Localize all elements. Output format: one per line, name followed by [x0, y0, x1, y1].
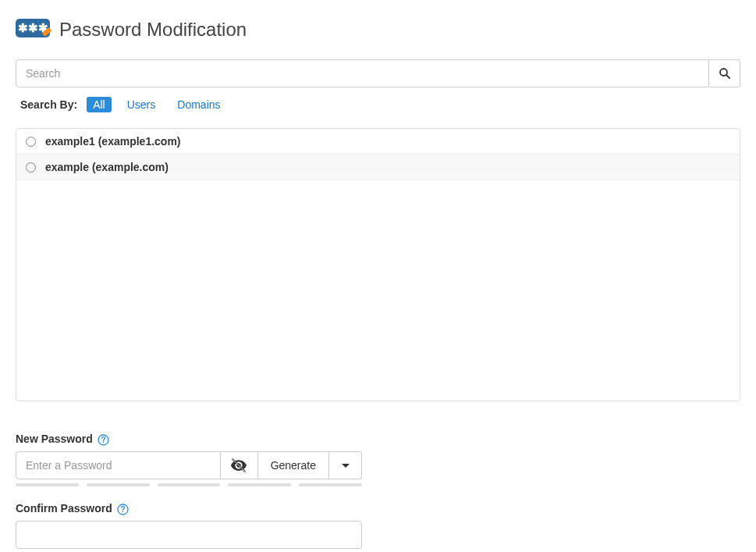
svg-text:?: ?: [101, 436, 105, 444]
help-icon[interactable]: ?: [98, 434, 109, 446]
generate-button[interactable]: Generate: [258, 451, 329, 479]
user-row[interactable]: example (example.com): [16, 155, 740, 180]
password-strength-meter: [16, 483, 362, 486]
eye-slash-icon: [230, 457, 247, 474]
toggle-visibility-button[interactable]: [221, 451, 258, 479]
svg-text:?: ?: [120, 505, 125, 514]
confirm-password-input[interactable]: [16, 521, 362, 549]
user-row[interactable]: example1 (example1.com): [16, 129, 740, 155]
strength-bar: [299, 483, 362, 486]
filter-all[interactable]: All: [87, 97, 112, 112]
confirm-password-label: Confirm Password: [16, 502, 112, 515]
filter-domains[interactable]: Domains: [171, 97, 226, 112]
page-title: Password Modification: [59, 19, 247, 41]
search-button[interactable]: [709, 59, 740, 87]
strength-bar: [87, 483, 150, 486]
search-icon: [719, 67, 731, 80]
user-label: example (example.com): [45, 161, 169, 173]
user-radio[interactable]: [26, 137, 36, 147]
new-password-label: New Password: [16, 433, 93, 445]
user-radio[interactable]: [26, 162, 36, 173]
generate-dropdown-button[interactable]: [329, 451, 362, 479]
svg-line-4: [726, 75, 729, 78]
strength-bar: [158, 483, 221, 486]
user-label: example1 (example1.com): [45, 135, 181, 148]
help-icon[interactable]: ?: [117, 504, 129, 515]
new-password-input[interactable]: [16, 451, 221, 479]
search-input[interactable]: [16, 59, 709, 87]
user-list: example1 (example1.com) example (example…: [16, 128, 740, 401]
strength-bar: [228, 483, 291, 486]
filter-users[interactable]: Users: [121, 97, 162, 112]
caret-down-icon: [342, 464, 350, 468]
search-by-label: Search By:: [20, 98, 77, 111]
strength-bar: [16, 483, 79, 486]
password-modification-icon: ✱✱✱: [16, 16, 53, 44]
